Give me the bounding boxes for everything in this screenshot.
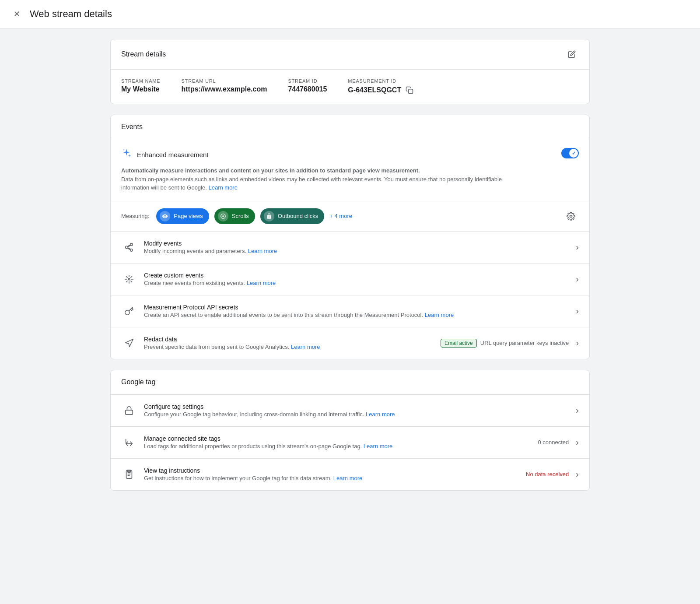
svg-rect-0 bbox=[409, 89, 413, 94]
modify-events-title: Modify events bbox=[144, 240, 569, 247]
stream-id-value: 7447680015 bbox=[288, 85, 327, 93]
chip-outbound-icon bbox=[264, 211, 274, 221]
edit-stream-button[interactable] bbox=[565, 47, 579, 61]
measuring-label: Measuring: bbox=[121, 213, 149, 219]
modify-events-item[interactable]: Modify events Modify incoming events and… bbox=[111, 231, 589, 263]
chip-page-views-icon bbox=[160, 211, 170, 221]
close-button[interactable]: ✕ bbox=[10, 8, 23, 20]
events-title: Events bbox=[121, 123, 143, 130]
enhanced-learn-more-link[interactable]: Learn more bbox=[208, 184, 237, 191]
measuring-row: Measuring: Page views Scrolls Outbound c… bbox=[111, 201, 589, 231]
redact-data-text: Redact data Prevent specific data from b… bbox=[144, 336, 434, 350]
create-custom-events-desc: Create new events from existing events. … bbox=[144, 280, 569, 286]
configure-tag-title: Configure tag settings bbox=[144, 403, 569, 410]
chip-page-views: Page views bbox=[156, 208, 209, 224]
configure-tag-desc: Configure your Google tag behaviour, inc… bbox=[144, 411, 569, 418]
modify-events-learn-more[interactable]: Learn more bbox=[248, 248, 277, 254]
stream-details-header: Stream details bbox=[111, 39, 589, 70]
modify-events-chevron: › bbox=[576, 242, 579, 252]
create-custom-events-icon bbox=[121, 271, 137, 287]
redact-data-learn-more[interactable]: Learn more bbox=[291, 344, 320, 350]
stream-name-value: My Website bbox=[121, 85, 160, 93]
measurement-id-label: MEASUREMENT ID bbox=[348, 78, 414, 84]
stream-info-row: STREAM NAME My Website STREAM URL https:… bbox=[111, 70, 589, 104]
configure-tag-text: Configure tag settings Configure your Go… bbox=[144, 403, 569, 418]
manage-connected-title: Manage connected site tags bbox=[144, 435, 531, 442]
measurement-protocol-chevron: › bbox=[576, 306, 579, 316]
no-data-received-status: No data received bbox=[526, 471, 569, 478]
modify-events-desc: Modify incoming events and parameters. L… bbox=[144, 248, 569, 254]
manage-connected-learn-more[interactable]: Learn more bbox=[364, 443, 392, 449]
redact-data-badges: Email active URL query parameter keys in… bbox=[441, 339, 569, 348]
configure-tag-learn-more[interactable]: Learn more bbox=[366, 411, 395, 418]
svg-point-3 bbox=[128, 278, 130, 280]
modify-events-text: Modify events Modify incoming events and… bbox=[144, 240, 569, 254]
toggle-thumb bbox=[569, 149, 578, 158]
google-tag-header: Google tag bbox=[111, 370, 589, 394]
stream-name-field: STREAM NAME My Website bbox=[121, 78, 160, 93]
view-tag-learn-more[interactable]: Learn more bbox=[333, 475, 362, 481]
stream-url-field: STREAM URL https://www.example.com bbox=[181, 78, 267, 93]
stream-details-card: Stream details STREAM NAME My Website ST… bbox=[110, 39, 590, 104]
manage-connected-icon bbox=[121, 435, 137, 450]
toggle-track bbox=[561, 148, 579, 158]
measurement-protocol-title: Measurement Protocol API secrets bbox=[144, 304, 569, 311]
view-tag-instructions-item[interactable]: View tag instructions Get instructions f… bbox=[111, 458, 589, 490]
email-active-badge: Email active bbox=[441, 339, 477, 348]
enhanced-measurement-section: Enhanced measurement Automatically measu… bbox=[111, 139, 589, 201]
manage-connected-desc: Load tags for additional properties or p… bbox=[144, 443, 531, 449]
view-tag-icon bbox=[121, 467, 137, 482]
connected-count-status: 0 connected bbox=[538, 439, 569, 446]
events-header: Events bbox=[111, 115, 589, 139]
chip-outbound-clicks: Outbound clicks bbox=[260, 208, 325, 224]
redact-data-item[interactable]: Redact data Prevent specific data from b… bbox=[111, 327, 589, 359]
google-tag-card: Google tag Configure tag settings Config… bbox=[110, 370, 590, 491]
measurement-protocol-icon bbox=[121, 303, 137, 319]
create-custom-events-title: Create custom events bbox=[144, 272, 569, 279]
enhanced-measurement-toggle[interactable] bbox=[561, 148, 579, 158]
view-tag-desc: Get instructions for how to implement yo… bbox=[144, 475, 519, 481]
measurement-protocol-item[interactable]: Measurement Protocol API secrets Create … bbox=[111, 295, 589, 327]
view-tag-text: View tag instructions Get instructions f… bbox=[144, 467, 519, 481]
stream-id-field: STREAM ID 7447680015 bbox=[288, 78, 327, 93]
svg-rect-10 bbox=[127, 470, 130, 471]
chip-outbound-label: Outbound clicks bbox=[278, 213, 318, 219]
stream-url-label: STREAM URL bbox=[181, 78, 267, 84]
events-card: Events Enhanced measurement bbox=[110, 115, 590, 359]
main-content: Stream details STREAM NAME My Website ST… bbox=[96, 28, 604, 501]
google-tag-title: Google tag bbox=[121, 378, 155, 386]
create-custom-events-chevron: › bbox=[576, 274, 579, 284]
measuring-settings-button[interactable] bbox=[563, 208, 579, 224]
enhanced-measurement-header-row: Enhanced measurement bbox=[121, 148, 579, 166]
create-custom-events-learn-more[interactable]: Learn more bbox=[247, 280, 276, 286]
chip-scrolls-icon bbox=[218, 211, 228, 221]
configure-tag-chevron: › bbox=[576, 405, 579, 415]
create-custom-events-item[interactable]: Create custom events Create new events f… bbox=[111, 263, 589, 295]
configure-tag-icon bbox=[121, 403, 137, 418]
chip-scrolls-label: Scrolls bbox=[232, 213, 249, 219]
manage-connected-chevron: › bbox=[576, 437, 579, 447]
measurement-id-field: MEASUREMENT ID G-643ELSQGCT bbox=[348, 78, 414, 95]
svg-point-1 bbox=[222, 215, 224, 217]
chip-page-views-label: Page views bbox=[174, 213, 203, 219]
manage-connected-tags-item[interactable]: Manage connected site tags Load tags for… bbox=[111, 426, 589, 458]
stream-id-label: STREAM ID bbox=[288, 78, 327, 84]
measurement-id-row: G-643ELSQGCT bbox=[348, 85, 414, 95]
sparkle-icon bbox=[121, 148, 132, 161]
svg-marker-4 bbox=[126, 339, 133, 346]
stream-name-label: STREAM NAME bbox=[121, 78, 160, 84]
stream-url-value: https://www.example.com bbox=[181, 85, 267, 93]
configure-tag-settings-item[interactable]: Configure tag settings Configure your Go… bbox=[111, 394, 589, 426]
measurement-id-value: G-643ELSQGCT bbox=[348, 86, 401, 94]
modify-events-icon bbox=[121, 239, 137, 255]
enhanced-measurement-header: Enhanced measurement bbox=[121, 148, 208, 161]
svg-rect-5 bbox=[126, 410, 133, 414]
stream-details-title: Stream details bbox=[121, 50, 166, 58]
more-measuring-link[interactable]: + 4 more bbox=[329, 213, 352, 219]
copy-measurement-id-button[interactable] bbox=[405, 85, 414, 95]
page-title: Web stream details bbox=[30, 8, 112, 20]
measurement-protocol-learn-more[interactable]: Learn more bbox=[425, 312, 454, 318]
enhanced-desc-normal: Data from on-page elements such as links… bbox=[121, 176, 502, 191]
view-tag-chevron: › bbox=[576, 469, 579, 479]
measurement-protocol-desc: Create an API secret to enable additiona… bbox=[144, 312, 569, 318]
